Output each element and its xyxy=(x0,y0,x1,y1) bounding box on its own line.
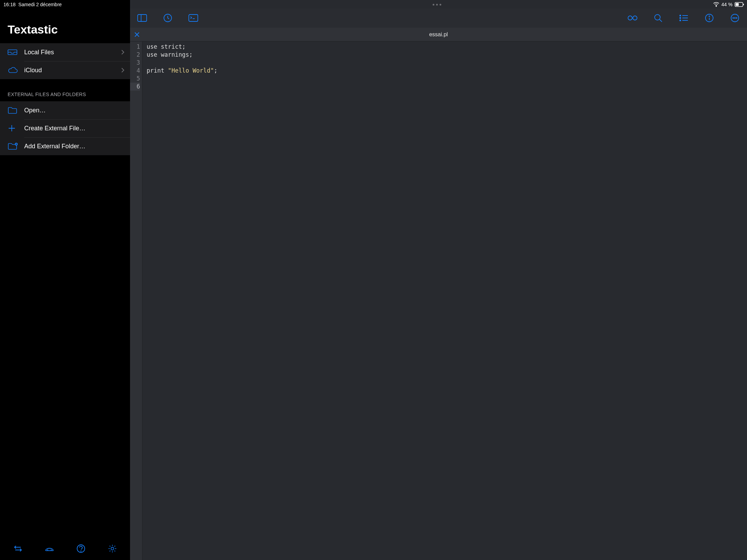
folder-plus-icon xyxy=(8,142,19,150)
svg-point-12 xyxy=(628,16,632,20)
svg-point-19 xyxy=(680,18,681,19)
sidebar-item-create-file[interactable]: Create External File… xyxy=(0,119,130,137)
search-icon[interactable] xyxy=(652,12,664,24)
cloud-icon xyxy=(8,67,19,74)
preview-icon[interactable] xyxy=(627,12,638,24)
svg-point-24 xyxy=(709,16,710,17)
line-gutter: 123456 xyxy=(130,41,142,560)
svg-point-13 xyxy=(633,16,637,20)
sidebar-item-label: Add External Folder… xyxy=(24,143,124,150)
editor-pane: 44 % xyxy=(130,0,747,560)
plus-icon xyxy=(8,124,19,132)
sidebar-item-label: Open… xyxy=(24,107,124,114)
svg-point-21 xyxy=(680,20,681,21)
connect-icon[interactable] xyxy=(42,541,57,556)
svg-point-17 xyxy=(680,15,681,16)
transfer-icon[interactable] xyxy=(10,541,26,556)
more-icon[interactable] xyxy=(729,12,741,24)
svg-point-28 xyxy=(735,18,735,18)
gear-icon[interactable] xyxy=(105,541,120,556)
external-section-header: EXTERNAL FILES AND FOLDERS xyxy=(0,79,130,101)
svg-rect-6 xyxy=(736,3,739,6)
multitask-dots-icon[interactable] xyxy=(433,4,441,6)
sidebar-item-label: iCloud xyxy=(24,67,121,74)
code-content[interactable]: use strict;use warnings;print "Hello Wor… xyxy=(142,41,747,560)
code-area[interactable]: 123456 use strict;use warnings;print "He… xyxy=(130,41,747,560)
tab-bar: essai.pl xyxy=(130,28,747,41)
close-tab-icon[interactable] xyxy=(130,28,144,41)
svg-point-2 xyxy=(81,551,81,551)
sidebar-item-label: Create External File… xyxy=(24,125,124,132)
svg-line-16 xyxy=(660,19,662,22)
svg-point-15 xyxy=(655,15,660,20)
sidebar-item-add-folder[interactable]: Add External Folder… xyxy=(0,137,130,155)
svg-point-4 xyxy=(716,6,717,7)
line-number: 5 xyxy=(130,75,140,83)
status-time: 16:18 xyxy=(3,2,16,7)
app-title: Textastic xyxy=(0,8,130,43)
folder-icon xyxy=(8,106,19,114)
status-date: Samedi 2 décembre xyxy=(18,2,62,7)
svg-point-29 xyxy=(736,18,737,18)
sidebar-item-open[interactable]: Open… xyxy=(0,101,130,119)
sidebar-toggle-icon[interactable] xyxy=(136,12,148,24)
editor-toolbar xyxy=(130,8,747,28)
status-bar-right: 44 % xyxy=(130,0,747,8)
code-line[interactable]: use warnings; xyxy=(147,51,747,59)
sidebar: 16:18 Samedi 2 décembre Textastic Local … xyxy=(0,0,130,560)
chevron-right-icon xyxy=(121,67,124,73)
sidebar-item-icloud[interactable]: iCloud xyxy=(0,61,130,79)
code-line[interactable] xyxy=(147,83,747,91)
svg-rect-10 xyxy=(189,15,198,21)
external-section: Open… Create External File… Add External… xyxy=(0,101,130,155)
battery-icon xyxy=(735,2,744,7)
tab-filename: essai.pl xyxy=(130,31,747,38)
sidebar-item-label: Local Files xyxy=(24,49,121,56)
sidebar-bottom-bar xyxy=(0,539,130,560)
svg-rect-7 xyxy=(138,15,147,21)
code-line[interactable]: print "Hello World"; xyxy=(147,67,747,75)
wifi-icon xyxy=(713,2,719,7)
storage-section: Local Files iCloud xyxy=(0,43,130,79)
svg-point-27 xyxy=(733,18,734,18)
info-icon[interactable] xyxy=(703,12,715,24)
symbols-icon[interactable] xyxy=(678,12,690,24)
line-number: 2 xyxy=(130,51,140,59)
code-line[interactable] xyxy=(147,75,747,83)
status-battery-pct: 44 % xyxy=(721,2,732,7)
chevron-right-icon xyxy=(121,49,124,55)
code-line[interactable] xyxy=(147,59,747,67)
code-line[interactable]: use strict; xyxy=(147,43,747,51)
inbox-icon xyxy=(8,49,19,56)
sidebar-item-local-files[interactable]: Local Files xyxy=(0,43,130,61)
status-bar-left: 16:18 Samedi 2 décembre xyxy=(0,0,130,8)
terminal-icon[interactable] xyxy=(187,12,199,24)
line-number: 6 xyxy=(130,83,140,91)
line-number: 1 xyxy=(130,43,140,51)
svg-point-3 xyxy=(111,547,114,550)
help-icon[interactable] xyxy=(73,541,89,556)
line-number: 3 xyxy=(130,59,140,67)
recent-icon[interactable] xyxy=(162,12,174,24)
line-number: 4 xyxy=(130,67,140,75)
